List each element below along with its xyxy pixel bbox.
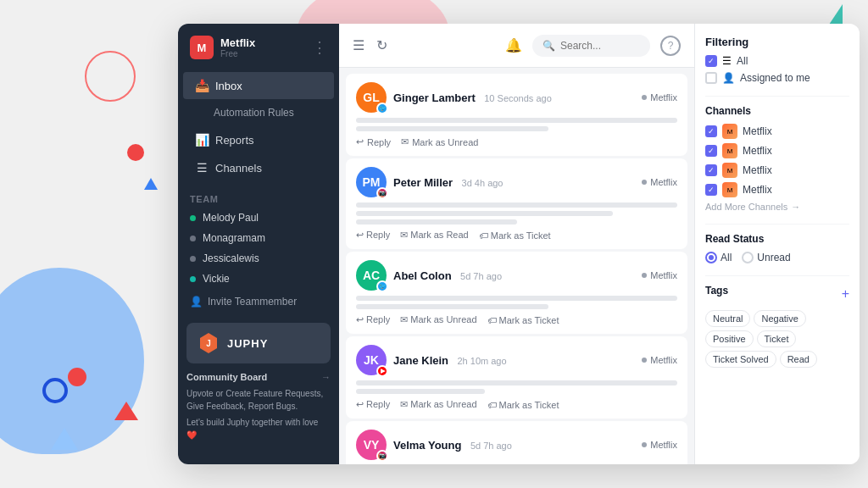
avatar: AC 🐦: [356, 260, 387, 291]
svg-text:J: J: [206, 339, 211, 348]
reports-icon: 📊: [195, 133, 209, 147]
channel-icon: M: [722, 163, 737, 178]
conversation-item[interactable]: GL 🐦 Ginger Lambert 10 Seconds ago Metfl…: [346, 74, 687, 156]
invite-teammate-button[interactable]: 👤 Invite Teammember: [178, 289, 339, 314]
conversation-item[interactable]: PM 📷 Peter Miller 3d 4h ago Metflix: [346, 158, 687, 249]
main-content: ☰ ↻ 🔔 🔍 ? GL 🐦: [339, 24, 694, 464]
notifications-icon[interactable]: 🔔: [505, 37, 522, 53]
filter-all-icon: ☰: [722, 55, 732, 67]
mark-ticket-button[interactable]: 🏷 Mark as Ticket: [479, 230, 551, 241]
status-dot-teal: [190, 276, 196, 282]
app-plan: Free: [220, 49, 255, 58]
search-icon: 🔍: [542, 40, 555, 52]
community-arrow: →: [321, 370, 331, 385]
mark-unread-button[interactable]: ✉ Mark as Unread: [400, 399, 476, 410]
mark-read-button[interactable]: ✉ Mark as Read: [400, 230, 469, 241]
conversation-item[interactable]: VY 📷 Velma Young 5d 7h ago Metflix: [346, 421, 687, 464]
channel-icon: M: [722, 143, 737, 158]
conv-info: Abel Colon 5d 7h ago: [393, 268, 635, 283]
community-board[interactable]: Community Board → Upvote or Create Featu…: [186, 370, 331, 441]
channels-section: Channels M Metflix M Metflix M Metflix M…: [705, 105, 849, 212]
channel-item[interactable]: M Metflix: [705, 124, 849, 139]
channel-item[interactable]: M Metflix: [705, 163, 849, 178]
community-title: Community Board: [186, 370, 267, 385]
read-unread-radio[interactable]: [742, 252, 754, 263]
conversations-list: GL 🐦 Ginger Lambert 10 Seconds ago Metfl…: [339, 68, 694, 464]
reply-button[interactable]: ↩ Reply: [356, 314, 390, 325]
channels-icon: ☰: [195, 161, 209, 175]
search-input[interactable]: [560, 40, 640, 52]
read-unread-option[interactable]: Unread: [742, 252, 790, 263]
team-member-vickie[interactable]: Vickie: [178, 269, 339, 289]
invite-icon: 👤: [190, 296, 203, 308]
channel-name: Metflix: [743, 125, 772, 137]
filter-assigned-option[interactable]: 👤 Assigned to me: [705, 72, 849, 84]
mark-unread-button[interactable]: ✉ Mark as Unread: [401, 136, 478, 147]
mark-unread-button[interactable]: ✉ Mark as Unread: [400, 314, 476, 325]
help-button[interactable]: ?: [660, 36, 681, 56]
community-love: Let's build Juphy together with love ❤️: [186, 416, 331, 441]
search-box: 🔍: [532, 35, 650, 57]
read-all-label: All: [721, 252, 732, 263]
conv-time: 2h 10m ago: [457, 356, 506, 366]
agent-dot: [642, 180, 647, 185]
channel-checkbox[interactable]: [705, 164, 717, 176]
conv-info: Ginger Lambert 10 Seconds ago: [393, 90, 635, 105]
mark-ticket-button[interactable]: 🏷 Mark as Ticket: [487, 399, 559, 410]
conv-time: 5d 7h ago: [470, 441, 512, 451]
filter-all-option[interactable]: ☰ All: [705, 55, 849, 67]
right-panel: Filtering ☰ All 👤 Assigned to me Channel…: [694, 24, 860, 464]
reply-button[interactable]: ↩ Reply: [356, 399, 390, 410]
tag-ticket[interactable]: Ticket: [757, 330, 797, 347]
tag-read[interactable]: Read: [780, 351, 817, 368]
tag-negative[interactable]: Negative: [754, 310, 805, 327]
sidebar-automation-label: Automation Rules: [214, 107, 294, 119]
read-all-option[interactable]: All: [705, 252, 732, 263]
tag-positive[interactable]: Positive: [705, 330, 754, 347]
channel-icon: M: [722, 124, 737, 139]
filter-assigned-checkbox[interactable]: [705, 72, 717, 84]
conv-agent: Metflix: [642, 92, 677, 103]
conversation-item[interactable]: JK ▶ Jane Klein 2h 10m ago Metflix: [346, 336, 687, 419]
channel-checkbox[interactable]: [705, 125, 717, 137]
sidebar-item-channels[interactable]: ☰ Channels: [183, 154, 334, 181]
refresh-icon[interactable]: ↻: [376, 37, 387, 53]
team-member-jessica[interactable]: Jessicalewis: [178, 248, 339, 269]
sidebar-menu-dots[interactable]: ⋮: [312, 38, 327, 57]
add-channels-button[interactable]: Add More Channels →: [705, 202, 849, 212]
invite-label: Invite Teammember: [208, 296, 297, 308]
read-all-radio[interactable]: [705, 252, 717, 263]
tag-neutral[interactable]: Neutral: [705, 310, 750, 327]
conv-time: 3d 4h ago: [462, 178, 504, 188]
channel-item[interactable]: M Metflix: [705, 182, 849, 197]
sidebar-reports-label: Reports: [215, 134, 254, 147]
team-member-name: Monagramam: [203, 232, 265, 244]
tag-ticket-solved[interactable]: Ticket Solved: [705, 351, 776, 368]
reply-button[interactable]: ↩ Reply: [356, 230, 390, 241]
channel-checkbox[interactable]: [705, 184, 717, 196]
reply-button[interactable]: ↩ Reply: [356, 136, 391, 147]
channel-checkbox[interactable]: [705, 145, 717, 157]
tags-section: Tags + Neutral Negative Positive Ticket …: [705, 285, 849, 368]
read-unread-label: Unread: [757, 252, 790, 263]
list-view-icon[interactable]: ☰: [353, 37, 364, 53]
top-bar: ☰ ↻ 🔔 🔍 ?: [339, 24, 694, 68]
sidebar-item-inbox[interactable]: 📥 Inbox: [183, 72, 334, 99]
conversation-item[interactable]: AC 🐦 Abel Colon 5d 7h ago Metflix: [346, 252, 687, 334]
arrow-icon: →: [791, 202, 800, 212]
sidebar-item-automation[interactable]: Automation Rules: [183, 100, 334, 125]
juphy-icon: J: [197, 331, 220, 355]
channel-item[interactable]: M Metflix: [705, 143, 849, 158]
mark-ticket-button[interactable]: 🏷 Mark as Ticket: [487, 314, 559, 325]
channel-icon: M: [722, 182, 737, 197]
sidebar-item-reports[interactable]: 📊 Reports: [183, 126, 334, 153]
team-member-mona[interactable]: Monagramam: [178, 228, 339, 248]
read-status-section: Read Status All Unread: [705, 233, 849, 263]
sidebar-inbox-label: Inbox: [215, 80, 242, 92]
conv-preview: [356, 380, 677, 394]
envelope-icon: ✉: [401, 136, 409, 147]
filter-all-checkbox[interactable]: [705, 55, 717, 67]
team-member-melody[interactable]: Melody Paul: [178, 208, 339, 228]
conv-time: 5d 7h ago: [460, 271, 502, 281]
add-tag-button[interactable]: +: [842, 286, 849, 302]
